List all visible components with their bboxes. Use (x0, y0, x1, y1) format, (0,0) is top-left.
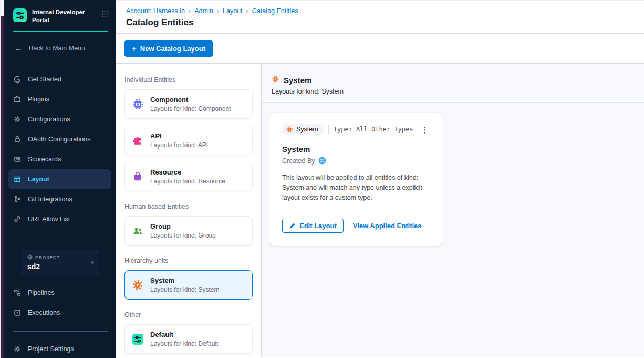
back-label: Back to Main Menu (29, 45, 85, 52)
kebab-menu-icon[interactable]: ⋮ (419, 126, 430, 134)
entity-subtitle: Layouts for kind: Group (150, 232, 216, 239)
view-applied-entities-link[interactable]: View Applied Entities (353, 222, 422, 230)
entity-title: Default (150, 331, 218, 339)
api-icon (132, 135, 143, 146)
breadcrumb-layout[interactable]: Layout (223, 7, 243, 15)
sidebar-item-label: Plugins (28, 96, 49, 103)
component-icon (132, 98, 143, 110)
gear-icon (13, 345, 22, 353)
type-label: Type: All Other Types (334, 126, 413, 133)
sidebar-item-git-integrations[interactable]: Git Integrations (4, 189, 116, 209)
system-gear-icon (272, 75, 279, 85)
sidebar-item-url-allow-list[interactable]: URL Allow List (4, 209, 116, 229)
project-selector[interactable]: PROJECT sd2 › (22, 250, 99, 275)
entity-subtitle: Layouts for kind: Resource (150, 178, 225, 185)
breadcrumb-separator: › (217, 7, 219, 15)
entity-title: Component (150, 96, 231, 104)
entity-card-system[interactable]: System Layouts for kind: System (124, 270, 253, 300)
entity-card-api[interactable]: API Layouts for kind: API (124, 126, 253, 155)
chevron-right-icon: › (91, 258, 94, 267)
breadcrumb-admin[interactable]: Admin (194, 7, 213, 15)
sidebar-item-pipelines[interactable]: Pipelines (4, 283, 116, 303)
sidebar-divider (13, 62, 108, 62)
back-arrow-icon: ← (14, 44, 23, 53)
sidebar-item-executions[interactable]: Executions (4, 303, 116, 323)
sidebar-settings-nav: Project Settings (4, 339, 116, 358)
sidebar-item-label: Executions (28, 309, 60, 316)
default-idp-icon (132, 333, 143, 345)
sidebar-divider (13, 331, 108, 332)
group-label-human-based-entities: Human based Entities (124, 203, 253, 210)
breadcrumb-catalog-entities[interactable]: Catalog Entities (252, 7, 298, 15)
sidebar-item-label: Configurations (28, 116, 70, 123)
page-title: Catalog Entities (126, 17, 644, 28)
detail-divider (262, 102, 644, 103)
resource-icon (132, 171, 143, 182)
project-label: PROJECT (35, 255, 60, 260)
get-started-icon (13, 75, 22, 84)
breadcrumb: Account: Harness.io › Admin › Layout › C… (126, 7, 644, 15)
sidebar-item-plugins[interactable]: Plugins (4, 89, 116, 109)
detail-panel: System Layouts for kind: System (262, 64, 644, 357)
sidebar-item-get-started[interactable]: Get Started (4, 69, 116, 89)
breadcrumb-account[interactable]: Account: Harness.io (126, 7, 185, 15)
pencil-icon (289, 222, 296, 229)
layout-card: System Type: All Other Types ⋮ System Cr… (269, 113, 443, 246)
entity-card-component[interactable]: Component Layouts for kind: Component (124, 89, 253, 119)
sidebar-item-configurations[interactable]: Configurations (4, 109, 116, 129)
breadcrumb-separator: › (189, 7, 191, 15)
page-header: Account: Harness.io › Admin › Layout › C… (116, 1, 644, 34)
pipelines-icon (13, 289, 22, 297)
nav-grid-icon[interactable] (101, 11, 108, 19)
sidebar-item-label: Scorecards (28, 156, 61, 163)
edit-layout-label: Edit Layout (299, 222, 337, 230)
main-area: Account: Harness.io › Admin › Layout › C… (116, 0, 644, 358)
sidebar-item-layout[interactable]: Layout (8, 169, 111, 189)
harness-avatar-icon (318, 157, 326, 165)
sidebar-header: Internal Developer Portal (4, 0, 116, 24)
entity-title: Group (150, 222, 216, 230)
group-label-other: Other (124, 311, 253, 319)
sidebar-item-label: Layout (28, 176, 49, 183)
sidebar-nav: Get Started Plugins Configurations OAut (4, 69, 116, 229)
sidebar-item-scorecards[interactable]: Scorecards (4, 149, 116, 169)
entity-subtitle: Layouts for kind: Component (150, 105, 231, 112)
plugins-icon (13, 95, 22, 104)
entity-title: API (150, 132, 208, 140)
detail-subtitle: Layouts for kind: System (272, 88, 644, 95)
sidebar-item-label: Project Settings (28, 345, 74, 353)
entity-subtitle: Layouts for kind: API (150, 141, 208, 149)
idp-logo-icon (13, 8, 27, 24)
entity-card-default[interactable]: Default Layouts for kind: Default (124, 324, 253, 354)
entity-card-resource[interactable]: Resource Layouts for kind: Resource (124, 162, 253, 191)
sidebar-item-oauth-configurations[interactable]: OAuth Configurations (4, 129, 116, 149)
sidebar-project-nav: Pipelines Executions (4, 283, 116, 323)
configurations-icon (13, 115, 22, 124)
detail-title: System (284, 76, 311, 85)
sidebar: Internal Developer Portal ← Back to Main… (4, 0, 116, 358)
entity-title: Resource (150, 168, 225, 176)
edit-layout-button[interactable]: Edit Layout (282, 219, 344, 233)
git-branch-icon (13, 195, 22, 203)
group-icon (132, 225, 143, 237)
back-to-main-menu[interactable]: ← Back to Main Menu (4, 32, 116, 53)
new-catalog-layout-label: New Catalog Layout (140, 45, 205, 53)
vertical-divider (328, 125, 329, 134)
sidebar-item-project-settings[interactable]: Project Settings (4, 339, 116, 358)
entity-card-group[interactable]: Group Layouts for kind: Group (124, 216, 253, 246)
group-label-hierarchy-units: Hierarchy units (124, 257, 253, 264)
layout-icon (13, 175, 22, 183)
window-edge (0, 0, 4, 358)
kind-chip-label: System (296, 126, 318, 133)
entity-subtitle: Layouts for kind: Default (150, 340, 218, 347)
project-name: sd2 (27, 262, 94, 271)
project-icon (27, 254, 33, 261)
layout-description: This layout will be applied to all entit… (282, 173, 430, 203)
new-catalog-layout-button[interactable]: + New Catalog Layout (124, 40, 213, 57)
link-icon (13, 215, 22, 223)
system-gear-icon (132, 279, 143, 291)
sidebar-divider (13, 238, 108, 238)
plus-icon: + (132, 44, 137, 53)
system-gear-icon (286, 126, 293, 133)
created-by-label: Created By (282, 157, 315, 165)
